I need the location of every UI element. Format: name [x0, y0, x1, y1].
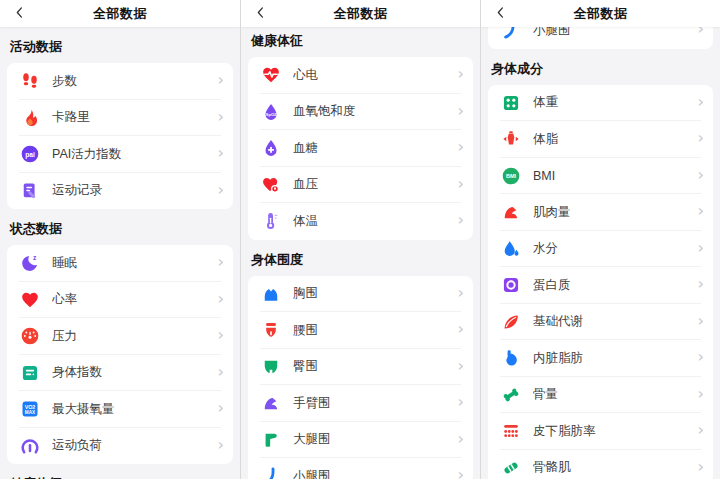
- list-item-bone-mass[interactable]: 骨量 ›: [488, 377, 713, 414]
- list-item-label: 心电: [293, 67, 458, 84]
- list-item-label: 身体指数: [52, 364, 218, 381]
- list-item-metabolism[interactable]: 基础代谢 ›: [488, 304, 713, 341]
- list-item-protein[interactable]: 蛋白质 ›: [488, 267, 713, 304]
- list-item-training-load[interactable]: 运动负荷 ›: [7, 428, 233, 465]
- calf-icon: [261, 466, 281, 479]
- list-item-label: 皮下脂肪率: [533, 423, 698, 440]
- chevron-right-icon: ›: [218, 109, 224, 127]
- chevron-right-icon: ›: [698, 386, 704, 404]
- back-button[interactable]: [8, 0, 30, 27]
- list-item-label: 基础代谢: [533, 313, 698, 330]
- card-body-measurements: 胸围 › 腰围 › 臀围 › 手臂围 › 大腿围 ›: [248, 276, 473, 479]
- list-item-steps[interactable]: 步数 ›: [7, 63, 233, 100]
- chevron-right-icon: ›: [698, 459, 704, 477]
- list-item-label: 小腿围: [293, 468, 458, 479]
- list-item-label: 血压: [293, 176, 458, 193]
- chevron-right-icon: ›: [218, 364, 224, 382]
- list-item-label: PAI活力指数: [52, 146, 218, 163]
- chevron-right-icon: ›: [458, 321, 464, 339]
- back-button[interactable]: [489, 0, 511, 27]
- page-title: 全部数据: [574, 5, 628, 23]
- app-header: 全部数据: [0, 0, 240, 27]
- svg-text:VO2: VO2: [25, 404, 36, 410]
- list-item-vo2max[interactable]: VO2MAX 最大摄氧量 ›: [7, 391, 233, 428]
- list-item-stress[interactable]: 压力 ›: [7, 318, 233, 355]
- svg-text:pai: pai: [25, 151, 35, 159]
- list-item-label: 睡眠: [52, 255, 218, 272]
- chevron-right-icon: ›: [698, 203, 704, 221]
- bone-mass-icon: [501, 385, 521, 405]
- pai-badge-icon: pai: [20, 144, 40, 164]
- waist-icon: [261, 320, 281, 340]
- list-item-bmi[interactable]: BMI BMI ›: [488, 158, 713, 195]
- section-title-health-signs-cut: 健康体征: [10, 475, 230, 479]
- list-item-weight[interactable]: 体重 ›: [488, 85, 713, 122]
- list-item-calf[interactable]: 小腿围 ›: [248, 458, 473, 479]
- chest-icon: [261, 284, 281, 304]
- list-item-pai[interactable]: pai PAI活力指数 ›: [7, 136, 233, 173]
- back-button[interactable]: [249, 0, 271, 27]
- list-item-chest[interactable]: 胸围 ›: [248, 276, 473, 313]
- workout-record-icon: [20, 181, 40, 201]
- page-title: 全部数据: [334, 5, 388, 23]
- list-item-skeletal-muscle[interactable]: 骨骼肌 ›: [488, 450, 713, 479]
- body-fat-icon: [501, 129, 521, 149]
- list-item-body-index[interactable]: 身体指数 ›: [7, 355, 233, 392]
- protein-icon: [501, 275, 521, 295]
- chevron-right-icon: ›: [698, 349, 704, 367]
- list-item-label: 蛋白质: [533, 277, 698, 294]
- screen-body-composition: 全部数据 小腿围 › 身体成分 体重 › 体脂 › BMI BMI: [480, 0, 720, 479]
- list-item-label: 运动记录: [52, 182, 218, 199]
- section-title-health-signs: 健康体征: [251, 32, 470, 50]
- list-item-ecg[interactable]: 心电 ›: [248, 57, 473, 94]
- list-item-sleep[interactable]: z 睡眠 ›: [7, 245, 233, 282]
- chevron-right-icon: ›: [698, 240, 704, 258]
- list-item-label: 手臂围: [293, 395, 458, 412]
- svg-text:SpO2: SpO2: [266, 112, 277, 117]
- steps-icon: [20, 71, 40, 91]
- list-item-calories[interactable]: 卡路里 ›: [7, 100, 233, 137]
- list-item-arm[interactable]: 手臂围 ›: [248, 385, 473, 422]
- chevron-right-icon: ›: [698, 313, 704, 331]
- hip-icon: [261, 357, 281, 377]
- list-item-thigh[interactable]: 大腿围 ›: [248, 422, 473, 459]
- weight-scale-icon: [501, 93, 521, 113]
- sleep-moon-icon: z: [20, 253, 40, 273]
- card-activity: 步数 › 卡路里 › pai PAI活力指数 › 运动记录 ›: [7, 63, 233, 209]
- list-item-water[interactable]: 水分 ›: [488, 231, 713, 268]
- muscle-icon: [501, 202, 521, 222]
- chevron-right-icon: ›: [458, 66, 464, 84]
- chevron-left-icon: [13, 5, 26, 23]
- list-item-waist[interactable]: 腰围 ›: [248, 312, 473, 349]
- list-item-heart-rate[interactable]: 心率 ›: [7, 282, 233, 319]
- arm-icon: [261, 393, 281, 413]
- scroll-content: 活动数据 步数 › 卡路里 › pai PAI活力指数 › 运动记录 ›: [0, 38, 240, 479]
- list-item-label: 肌肉量: [533, 204, 698, 221]
- chevron-left-icon: [494, 5, 507, 23]
- list-item-label: 压力: [52, 328, 218, 345]
- chevron-right-icon: ›: [698, 276, 704, 294]
- list-item-glucose[interactable]: 血糖 ›: [248, 130, 473, 167]
- list-item-label: 卡路里: [52, 109, 218, 126]
- list-item-visceral-fat[interactable]: 内脏脂肪 ›: [488, 340, 713, 377]
- skeletal-muscle-icon: [501, 458, 521, 478]
- list-item-spo2[interactable]: SpO2 血氧饱和度 ›: [248, 94, 473, 131]
- chevron-right-icon: ›: [698, 94, 704, 112]
- chevron-right-icon: ›: [458, 394, 464, 412]
- list-item-label: 心率: [52, 291, 218, 308]
- list-item-hip[interactable]: 臀围 ›: [248, 349, 473, 386]
- blood-glucose-icon: [261, 138, 281, 158]
- list-item-label: 腰围: [293, 322, 458, 339]
- list-item-temperature[interactable]: 体温 ›: [248, 203, 473, 240]
- list-item-workout-record[interactable]: 运动记录 ›: [7, 173, 233, 210]
- list-item-label: 内脏脂肪: [533, 350, 698, 367]
- scroll-content: 小腿围 › 身体成分 体重 › 体脂 › BMI BMI ›: [481, 12, 720, 479]
- list-item-label: 体脂: [533, 131, 698, 148]
- chevron-left-icon: [254, 5, 267, 23]
- list-item-label: BMI: [533, 169, 698, 183]
- list-item-body-fat[interactable]: 体脂 ›: [488, 121, 713, 158]
- section-title-status: 状态数据: [10, 220, 230, 238]
- list-item-blood-pressure[interactable]: 血压 ›: [248, 167, 473, 204]
- list-item-muscle-mass[interactable]: 肌肉量 ›: [488, 194, 713, 231]
- list-item-subcutaneous-fat[interactable]: 皮下脂肪率 ›: [488, 413, 713, 450]
